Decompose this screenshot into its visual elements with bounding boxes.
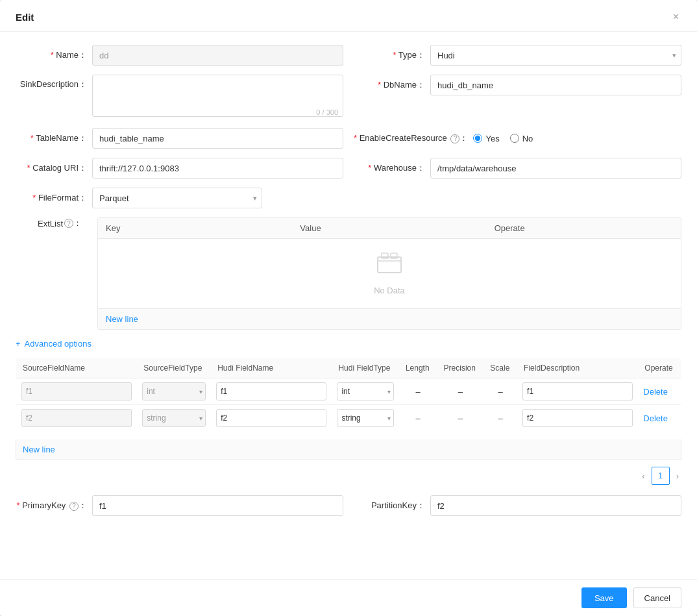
sink-desc-wrapper: 0 / 300 [92,75,343,119]
row-extlist: ExtList ?： Key Value Operate [16,217,681,330]
svg-rect-0 [378,257,401,273]
modal-header: Edit × [0,0,697,32]
field-table-row: int ▾ int ▾ – – – Delete [16,378,681,405]
source-type-select[interactable]: string [142,409,206,427]
group-catalog-uri: Catalog URI： [16,158,343,179]
group-db-name: DbName： [354,75,681,95]
pagination-row: ‹ 1 › [16,467,681,485]
sink-desc-label: SinkDescription： [16,75,87,90]
table-name-input[interactable] [92,128,343,149]
row-desc-dbname: SinkDescription： 0 / 300 DbName： [16,75,681,119]
precision-cell: – [437,378,484,405]
name-input[interactable] [92,45,343,66]
length-cell: – [399,405,437,432]
field-header-hudi-name: Hudi FieldName [211,358,332,378]
delete-row-button[interactable]: Delete [643,413,668,423]
group-enable-create: EnableCreateResource ?： Yes No [354,128,681,149]
catalog-uri-input[interactable] [92,158,343,179]
ext-header-operate: Operate [487,218,681,238]
scale-cell: – [483,378,517,405]
extlist-table-body: No Data [98,239,681,308]
source-field-name-input [21,409,132,427]
field-table-new-line-row: New line [16,439,681,460]
hudi-type-select-wrapper: int ▾ [337,382,394,400]
field-desc-input[interactable] [522,409,633,427]
modal-body: Name： Type： Hudi ▾ SinkDescription： 0 / [0,32,697,579]
name-label: Name： [16,49,87,61]
enable-create-help-icon[interactable]: ? [450,134,459,143]
field-header-hudi-type: Hudi FieldType [332,358,399,378]
fileformat-select[interactable]: Parquet ORC Avro [92,188,262,208]
radio-yes[interactable]: Yes [473,134,499,143]
hudi-type-select[interactable]: int [337,382,394,400]
source-type-select-wrapper: int ▾ [142,382,206,400]
advanced-plus-icon: + [16,339,21,349]
modal-title: Edit [16,12,34,23]
fileformat-select-wrapper: Parquet ORC Avro ▾ [92,188,262,208]
db-name-input[interactable] [430,75,681,95]
radio-no-input[interactable] [510,134,519,143]
close-button[interactable]: × [670,10,681,23]
partition-key-input[interactable] [430,495,681,516]
sink-desc-input[interactable] [92,75,343,117]
delete-row-button[interactable]: Delete [643,387,668,397]
partition-key-label: PartitionKey： [354,500,425,511]
field-new-line-button[interactable]: New line [23,445,55,454]
radio-no-label: No [522,134,533,143]
no-data-icon [376,252,402,280]
extlist-table-container: Key Value Operate No Data [97,217,681,330]
row-name-type: Name： Type： Hudi ▾ [16,45,681,66]
group-partition-key: PartitionKey： [354,495,681,516]
field-header-precision: Precision [437,358,484,378]
length-cell: – [399,378,437,405]
field-mapping-table: SourceFieldName SourceFieldType Hudi Fie… [16,358,681,432]
precision-cell: – [437,405,484,432]
group-sink-desc: SinkDescription： 0 / 300 [16,75,343,119]
type-select-wrapper: Hudi ▾ [430,45,681,66]
page-next-button[interactable]: › [674,470,681,482]
row-tablename-enable: TableName： EnableCreateResource ?： Yes N… [16,128,681,149]
extlist-help-icon[interactable]: ? [64,219,73,228]
cancel-button[interactable]: Cancel [633,587,681,608]
field-header-scale: Scale [483,358,517,378]
warehouse-input[interactable] [430,158,681,179]
scale-cell: – [483,405,517,432]
radio-yes-label: Yes [485,134,499,143]
hudi-type-select[interactable]: string [337,409,394,427]
extlist-label: ExtList [38,219,63,228]
hudi-field-name-input[interactable] [216,409,326,427]
advanced-options-toggle[interactable]: + Advanced options [16,339,92,349]
radio-yes-input[interactable] [473,134,482,143]
group-warehouse: Warehouse： [354,158,681,179]
primary-key-input[interactable] [92,495,343,516]
radio-no[interactable]: No [510,134,533,143]
field-header-operate: Operate [638,358,681,378]
row-primary-partition: PrimaryKey ?： PartitionKey： [16,495,681,516]
source-type-select[interactable]: int [142,382,206,400]
save-button[interactable]: Save [581,587,627,608]
type-select[interactable]: Hudi [430,45,681,66]
fileformat-label: FileFormat： [16,192,87,204]
page-prev-button[interactable]: ‹ [639,470,647,482]
primary-key-label: PrimaryKey ?： [16,500,87,511]
enable-create-label: EnableCreateResource ?： [354,132,468,144]
page-1-button[interactable]: 1 [652,467,670,485]
source-field-name-input [21,382,132,400]
edit-modal: Edit × Name： Type： Hudi ▾ Sin [0,0,697,616]
primary-key-help-icon[interactable]: ? [69,502,79,511]
modal-footer: Save Cancel [0,579,697,616]
extlist-new-line-button[interactable]: New line [106,314,138,324]
group-table-name: TableName： [16,128,343,149]
advanced-options-label: Advanced options [25,339,92,349]
field-desc-input[interactable] [522,382,633,400]
extlist-new-line-row: New line [98,308,681,329]
type-label: Type： [354,49,425,61]
source-type-select-wrapper: string ▾ [142,409,206,427]
enable-create-radio-group: Yes No [473,128,533,149]
hudi-field-name-input[interactable] [216,382,326,400]
group-name: Name： [16,45,343,66]
warehouse-label: Warehouse： [354,162,425,174]
db-name-label: DbName： [354,79,425,91]
no-data-text: No Data [374,286,405,295]
group-fileformat: FileFormat： Parquet ORC Avro ▾ [16,188,262,208]
